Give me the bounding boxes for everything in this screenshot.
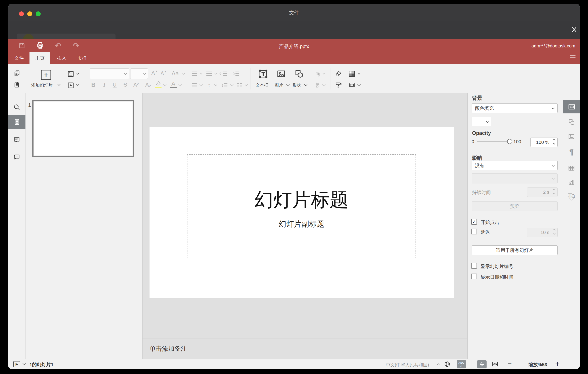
line-spacing-chevron-icon[interactable]	[230, 83, 233, 86]
effect-type-select-disabled[interactable]	[472, 173, 558, 183]
font-color-icon[interactable]: A	[170, 80, 177, 87]
spinner-up-icon[interactable]	[553, 139, 556, 142]
spellcheck-icon[interactable]: ABC✓	[457, 360, 466, 368]
preview-button[interactable]: 预览	[472, 201, 558, 211]
show-date-time-checkbox[interactable]	[471, 274, 477, 279]
tab-insert[interactable]: 插入	[55, 52, 68, 64]
font-name-combo[interactable]	[90, 68, 129, 79]
bullets-chevron-icon[interactable]	[200, 72, 203, 75]
copy-style-icon[interactable]	[335, 81, 342, 89]
start-slideshow-icon[interactable]	[67, 81, 74, 89]
tab-home[interactable]: 主页	[30, 52, 50, 64]
horizontal-align-icon[interactable]	[191, 82, 197, 88]
start-slideshow-chevron-icon[interactable]	[76, 83, 79, 86]
table-settings-icon[interactable]	[568, 165, 575, 172]
decrease-font-size-icon[interactable]: A▼	[160, 70, 167, 77]
image-chevron-icon[interactable]	[286, 83, 290, 86]
slide-thumbnail-selected[interactable]	[32, 100, 134, 157]
add-slide-icon[interactable]: +	[41, 70, 51, 80]
chat-icon[interactable]	[13, 153, 21, 161]
shape-chevron-icon[interactable]	[304, 83, 307, 86]
fit-to-width-icon[interactable]	[492, 361, 499, 367]
change-case-chevron-icon[interactable]	[182, 72, 185, 75]
align-chevron-icon[interactable]	[322, 83, 326, 86]
fit-to-slide-icon[interactable]	[477, 360, 487, 368]
numbering-chevron-icon[interactable]	[214, 72, 217, 75]
slide-size-chevron-icon[interactable]	[357, 83, 361, 86]
slides-panel-tab-selected[interactable]	[8, 115, 25, 129]
strikethrough-icon[interactable]: S	[122, 81, 129, 88]
zoom-in-button[interactable]: +	[555, 360, 560, 368]
zoom-out-button[interactable]: −	[508, 360, 512, 368]
horizontal-align-chevron-icon[interactable]	[200, 83, 203, 86]
language-selector[interactable]: 中文(中华人民共和国)	[386, 362, 429, 368]
slide-surface[interactable]: 幻灯片标题 幻灯片副标题	[149, 127, 454, 298]
notes-area[interactable]: 单击添加备注	[143, 338, 467, 359]
increase-font-size-icon[interactable]: A▲	[151, 70, 158, 77]
hamburger-menu-icon[interactable]	[570, 55, 576, 61]
copy-icon[interactable]	[14, 70, 20, 77]
clear-style-icon[interactable]	[335, 70, 342, 78]
tab-collaboration[interactable]: 协作	[76, 52, 90, 64]
document-language-globe-icon[interactable]	[444, 361, 451, 367]
search-icon[interactable]	[13, 103, 21, 111]
font-color-chevron-icon[interactable]	[178, 83, 182, 86]
font-size-combo[interactable]	[130, 68, 148, 79]
delay-checkbox[interactable]	[471, 229, 477, 234]
subscript-icon[interactable]: A₂	[144, 81, 153, 88]
numbering-icon[interactable]	[206, 71, 212, 76]
insert-shape-icon[interactable]	[294, 69, 304, 79]
change-case-icon[interactable]: Aa	[170, 70, 180, 77]
comments-icon[interactable]	[13, 136, 21, 144]
background-fill-select[interactable]: 颜色填充	[472, 103, 558, 113]
slide-layout-chevron-icon[interactable]	[76, 72, 79, 75]
opacity-slider-track[interactable]	[477, 141, 511, 142]
highlight-color-icon[interactable]	[155, 80, 162, 87]
color-scheme-icon[interactable]	[348, 70, 356, 78]
line-spacing-icon[interactable]: ↕	[221, 82, 228, 88]
columns-icon[interactable]	[236, 82, 243, 88]
slide-settings-tab-selected[interactable]	[563, 100, 580, 113]
add-slide-button[interactable]: 添加幻灯片	[31, 82, 52, 88]
bold-icon[interactable]: B	[90, 81, 97, 88]
opacity-slider-thumb[interactable]	[507, 139, 512, 144]
slide-size-icon[interactable]	[348, 81, 356, 89]
slide-title-placeholder[interactable]: 幻灯片标题	[187, 154, 416, 216]
underline-icon[interactable]: U	[111, 81, 118, 88]
columns-chevron-icon[interactable]	[245, 83, 248, 86]
textart-settings-icon[interactable]: Ta	[567, 192, 576, 200]
effect-select[interactable]: 没有	[472, 161, 558, 170]
text-box-icon[interactable]	[258, 69, 268, 79]
start-slideshow-status-icon[interactable]: ▶	[13, 361, 20, 367]
color-scheme-chevron-icon[interactable]	[357, 72, 361, 75]
decrease-indent-icon[interactable]	[220, 71, 227, 76]
vertical-align-icon[interactable]: ↨	[206, 82, 212, 88]
image-button[interactable]: 图片	[274, 82, 283, 88]
superscript-icon[interactable]: A²	[132, 81, 140, 88]
paste-icon[interactable]	[14, 81, 20, 88]
italic-icon[interactable]: I	[101, 81, 108, 88]
bullets-icon[interactable]	[191, 71, 197, 76]
slide-layout-icon[interactable]	[67, 70, 74, 78]
add-slide-chevron-icon[interactable]	[57, 83, 61, 86]
slideshow-options-chevron-icon[interactable]	[22, 362, 26, 365]
delay-spinner[interactable]: 10 s	[527, 228, 558, 237]
slide-subtitle-placeholder[interactable]: 幻灯片副标题	[187, 217, 416, 258]
paragraph-settings-icon[interactable]: ¶	[568, 148, 575, 156]
vertical-align-chevron-icon[interactable]	[214, 83, 217, 86]
arrange-shapes-icon[interactable]	[314, 70, 322, 78]
align-shapes-icon[interactable]	[314, 81, 322, 89]
close-icon[interactable]	[570, 26, 578, 33]
language-caret-icon[interactable]	[437, 363, 440, 366]
opacity-spinner[interactable]: 100 %	[530, 138, 558, 147]
fill-color-picker[interactable]	[472, 117, 491, 126]
text-box-button[interactable]: 文本框	[256, 82, 268, 88]
shape-button[interactable]: 形状	[293, 82, 301, 88]
shape-settings-icon[interactable]	[568, 118, 575, 126]
insert-image-icon[interactable]	[276, 69, 286, 79]
start-on-click-checkbox[interactable]: ✓	[471, 219, 477, 225]
apply-to-all-slides-button[interactable]: 适用于所有幻灯片	[472, 245, 558, 255]
image-settings-icon[interactable]	[568, 133, 575, 141]
zoom-level[interactable]: 缩放%53	[522, 362, 553, 368]
arrange-chevron-icon[interactable]	[322, 72, 326, 75]
